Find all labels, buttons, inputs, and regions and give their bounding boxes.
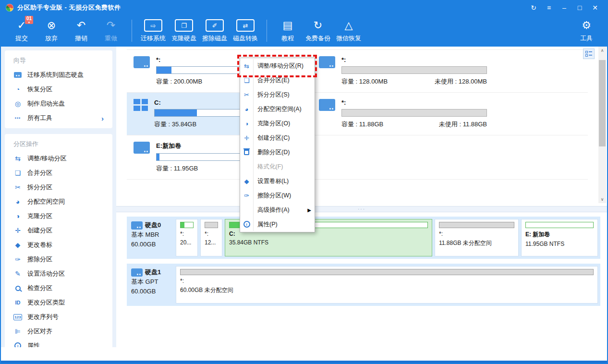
menu-item-delete-partition[interactable]: 删除分区(D) (240, 145, 315, 159)
scroll-down-icon[interactable]: ∨ (598, 195, 606, 203)
disk0-partition-1[interactable]: *: 20... (176, 219, 198, 256)
sidebar-item-resize-move[interactable]: ⇆ 调整/移动分区 (5, 151, 112, 166)
disk1-info[interactable]: 硬盘1 基本 GPT 60.00GB (129, 266, 173, 303)
disk-erase-icon: ✐ (206, 19, 224, 32)
submenu-arrow-icon: ▶ (307, 207, 311, 213)
unused-label: 未使用 : 11.88GB (439, 120, 487, 129)
menu-item-merge[interactable]: ❏ 合并分区(E) (240, 73, 315, 87)
disk1-unallocated[interactable]: *: 60.00GB 未分配空间 (176, 266, 598, 303)
sidebar-item-merge[interactable]: ❏ 合并分区 (5, 166, 112, 180)
sidebar-item-change-serial[interactable]: 123 更改序列号 (5, 310, 112, 324)
sync-icon[interactable]: ↻ (526, 2, 541, 13)
menu-item-properties[interactable]: 属性(P) (240, 217, 315, 231)
volume-card-128mb[interactable]: *: 容量 : 128.00MB 未使用 : 128.00MB (319, 50, 487, 92)
commit-button[interactable]: ✓ 提交 01 ▾ (7, 16, 36, 46)
hdd-icon (134, 56, 150, 68)
windows-logo-icon (134, 99, 148, 111)
sidebar-item-all-tools[interactable]: ••• 所有工具 › (5, 111, 112, 125)
scroll-up-icon[interactable]: ∧ (598, 47, 606, 54)
menu-item-create-partition[interactable]: ✛ 创建分区(C) (240, 131, 315, 145)
main-area: *: 容量 : 200.00MB *: 容量 : 128.00MB (116, 47, 607, 347)
edit-icon: ✎ (13, 270, 22, 278)
book-icon: ▤ (283, 18, 293, 33)
sidebar-item-properties[interactable]: 属性 (5, 339, 112, 347)
sidebar-item-allocate-free-space[interactable]: ◕ 分配空闲空间 (5, 194, 112, 209)
menu-item-split[interactable]: ✂ 拆分分区(S) (240, 87, 315, 102)
chevron-right-icon: › (101, 114, 104, 122)
sidebar-item-change-type-id[interactable]: ID 更改分区类型 (5, 295, 112, 310)
disk-map: 硬盘0 基本 MBR 60.00GB *: 20... *: 12... (116, 212, 607, 347)
menu-item-advanced[interactable]: 高级操作(A) ▶ (240, 203, 315, 217)
wechat-recovery-icon: △ (345, 18, 353, 33)
tag-icon: ◆ (13, 241, 22, 249)
discard-button[interactable]: ⊗ 放弃 (36, 16, 66, 46)
menu-hamburger-icon[interactable]: ≡ (542, 2, 556, 13)
free-backup-button[interactable]: ↻ 免费备份 (303, 16, 333, 46)
sidebar-item-clone-partition[interactable]: ◑ 克隆分区 (5, 209, 112, 223)
section-title-wizard: 向导 (5, 52, 112, 68)
info-icon (240, 221, 253, 228)
disk-row-0: 硬盘0 基本 MBR 60.00GB *: 20... *: 12... (127, 217, 600, 259)
vertical-scrollbar[interactable]: ∧ ∨ (598, 47, 606, 203)
menu-item-allocate-free-space[interactable]: ◕ 分配空闲空间(A) (240, 102, 315, 116)
menu-item-set-label[interactable]: ◆ 设置卷标(L) (240, 174, 315, 188)
migrate-system-button[interactable]: ⇨ 迁移系统 (138, 16, 169, 46)
panel-splitter[interactable]: ··· (116, 206, 607, 212)
sidebar-item-create-partition[interactable]: ✛ 创建分区 (5, 223, 112, 238)
hdd-icon (131, 221, 143, 230)
scrollbar-thumb[interactable] (599, 60, 606, 146)
capacity-label: 容量 : 200.00MB (156, 77, 202, 86)
convert-disk-button[interactable]: ⇄ 磁盘转换 (230, 16, 261, 46)
sidebar-item-migrate-to-ssd[interactable]: 迁移系统到固态硬盘 (5, 68, 112, 82)
disk-row-1: 硬盘1 基本 GPT 60.00GB *: 60.00GB 未分配空间 (127, 264, 600, 306)
sidebar-item-recover-partition[interactable]: ◔ 恢复分区 (5, 82, 112, 97)
volume-row: C: 容量 : 35.84GB *: 容量 : 11.88GB 未使 (127, 93, 588, 135)
close-button[interactable]: ✕ (588, 2, 602, 13)
cancel-circle-icon: ⊗ (47, 18, 56, 33)
minimize-button[interactable]: – (557, 2, 572, 13)
menu-item-clone-partition[interactable]: ◑ 克隆分区(O) (240, 116, 315, 131)
disk-size: 60.00GB (131, 240, 173, 249)
partition-ops-panel: 分区操作 ⇆ 调整/移动分区 ❏ 合并分区 ✂ 拆分分区 ◕ 分配空闲空间 (5, 134, 112, 347)
disk0-partition-2[interactable]: *: 12... (200, 219, 222, 256)
sidebar-item-partition-align[interactable]: ⊫ 分区对齐 (5, 324, 112, 339)
tutorial-button[interactable]: ▤ 教程 (273, 16, 303, 46)
resize-icon: ⇆ (240, 62, 253, 70)
tools-button[interactable]: ⚙ 工具 (572, 16, 601, 46)
pending-ops-badge[interactable]: 01 ▾ (25, 16, 33, 24)
app-logo-icon (6, 4, 13, 12)
sidebar-item-bootable-media[interactable]: ◎ 制作启动光盘 (5, 97, 112, 111)
sidebar-item-check-partition[interactable]: 检查分区 (5, 281, 112, 295)
sidebar-item-split[interactable]: ✂ 拆分分区 (5, 180, 112, 194)
redo-button: ↷ 重做 (96, 16, 126, 46)
menu-item-wipe-partition[interactable]: ✑ 擦除分区(W) (240, 188, 315, 203)
sidebar-item-change-label[interactable]: ◆ 更改卷标 (5, 238, 112, 252)
scissors-icon: ✂ (240, 91, 253, 98)
maximize-button[interactable]: □ (572, 2, 587, 13)
disk0-unallocated[interactable]: *: 11.88GB 未分配空间 (435, 219, 519, 256)
undo-icon: ↶ (77, 18, 85, 33)
hdd-icon (319, 56, 335, 68)
pie-icon: ◕ (240, 106, 253, 113)
info-icon (13, 342, 22, 347)
clone-icon: ◑ (13, 212, 22, 220)
sidebar-item-set-active[interactable]: ✎ 设置活动分区 (5, 267, 112, 281)
title-bar: 分区助手专业版 - 无损分区免费软件 ↻ ≡ – □ ✕ (1, 1, 607, 14)
disk0-partition-e[interactable]: E: 新加卷 11.95GB NTFS (521, 219, 598, 256)
disk-scheme: 基本 GPT (131, 277, 173, 287)
toolbar-separator (132, 20, 132, 42)
volume-card-11gb[interactable]: *: 容量 : 11.88GB 未使用 : 11.88GB (319, 93, 487, 135)
sidebar-item-wipe-partition[interactable]: ✑ 擦除分区 (5, 252, 112, 267)
capacity-label: 容量 : 11.88GB (341, 120, 383, 129)
undo-button[interactable]: ↶ 撤销 (66, 16, 96, 46)
view-toggle-button[interactable] (583, 49, 595, 59)
disk0-info[interactable]: 硬盘0 基本 MBR 60.00GB (129, 219, 173, 256)
clone-disk-button[interactable]: ❐ 克隆硬盘 (169, 16, 199, 46)
wechat-recovery-button[interactable]: △ 微信恢复 (333, 16, 364, 46)
disk-copy-icon: ❐ (175, 19, 193, 32)
wipe-disk-button[interactable]: ✐ 擦除磁盘 (199, 16, 230, 46)
section-title-partition-ops: 分区操作 (5, 136, 112, 151)
menu-item-resize-move[interactable]: ⇆ 调整/移动分区(R) (240, 59, 315, 73)
id-icon: ID (13, 300, 22, 305)
serial-123-icon: 123 (13, 314, 22, 320)
